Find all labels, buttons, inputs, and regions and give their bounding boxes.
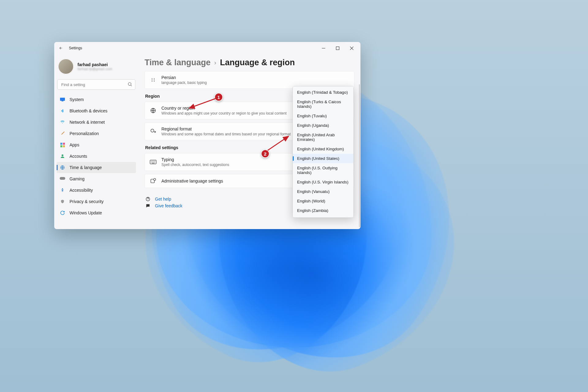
- country-dropdown[interactable]: English (Trinidad & Tobago)English (Turk…: [292, 86, 354, 218]
- country-option[interactable]: English (Vanuatu): [293, 187, 353, 196]
- breadcrumb: Time & language › Language & region: [145, 58, 354, 67]
- chevron-right-icon: ›: [214, 59, 217, 66]
- profile-name: farhad pashaei: [77, 62, 112, 67]
- regional-format-subtitle: Windows and some apps format dates and t…: [161, 132, 291, 136]
- sidebar-item-apps[interactable]: Apps: [57, 139, 136, 150]
- gamepad-icon: [60, 176, 65, 182]
- country-title: Country or region: [161, 106, 287, 111]
- give-feedback-link[interactable]: Give feedback: [155, 203, 183, 208]
- sidebar-item-accounts[interactable]: Accounts: [57, 151, 136, 162]
- language-name: Persian: [161, 75, 207, 80]
- get-help-link[interactable]: Get help: [155, 197, 171, 202]
- svg-rect-7: [63, 145, 65, 147]
- sidebar-item-windows-update[interactable]: Windows Update: [57, 207, 136, 218]
- svg-point-11: [62, 188, 63, 190]
- sidebar-item-label: Windows Update: [70, 210, 102, 215]
- country-option[interactable]: English (Tuvalu): [293, 111, 353, 121]
- typing-title: Typing: [161, 157, 229, 162]
- country-option[interactable]: English (Zimbabwe): [293, 215, 353, 218]
- svg-point-8: [62, 154, 63, 156]
- sidebar-item-privacy[interactable]: Privacy & security: [57, 196, 136, 207]
- svg-rect-10: [60, 177, 65, 180]
- country-option[interactable]: English (Zambia): [293, 206, 353, 215]
- globe-clock-icon: [60, 165, 65, 170]
- sidebar-item-label: Personalization: [70, 131, 99, 136]
- svg-rect-20: [150, 160, 156, 164]
- regional-format-title: Regional format: [161, 126, 291, 131]
- keyboard-icon: [150, 160, 156, 164]
- drag-handle-icon[interactable]: [150, 78, 156, 82]
- annotation-badge-1: 1: [214, 93, 223, 101]
- titlebar: Settings: [54, 42, 360, 54]
- sidebar-item-label: Network & internet: [70, 120, 105, 125]
- sidebar-item-accessibility[interactable]: Accessibility: [57, 185, 136, 196]
- search-wrap: [57, 79, 135, 90]
- globe-icon: [150, 107, 156, 114]
- maximize-button[interactable]: [330, 43, 345, 53]
- country-option[interactable]: English (United Arab Emirates): [293, 130, 353, 144]
- bluetooth-icon: [60, 108, 65, 114]
- sidebar-item-label: Apps: [70, 142, 79, 147]
- sidebar-item-bluetooth[interactable]: Bluetooth & devices: [57, 105, 136, 116]
- svg-rect-6: [60, 145, 62, 147]
- breadcrumb-root[interactable]: Time & language: [145, 58, 211, 67]
- back-button[interactable]: [57, 44, 65, 52]
- svg-rect-4: [60, 143, 62, 145]
- close-button[interactable]: [345, 43, 359, 53]
- country-option[interactable]: English (Trinidad & Tobago): [293, 88, 353, 97]
- svg-point-17: [154, 81, 154, 81]
- region-format-icon: [150, 128, 156, 134]
- country-subtitle: Windows and apps might use your country …: [161, 111, 287, 115]
- sidebar-item-system[interactable]: System: [57, 94, 136, 105]
- svg-rect-5: [63, 143, 65, 145]
- country-option[interactable]: English (United States): [293, 154, 353, 163]
- page-title: Language & region: [220, 58, 295, 67]
- help-icon: [145, 197, 151, 202]
- nav: System Bluetooth & devices Network & int…: [57, 94, 136, 218]
- svg-rect-0: [336, 47, 339, 50]
- sidebar-item-time-language[interactable]: Time & language: [57, 162, 136, 173]
- settings-window: Settings farhad pashaei farhad.fp@gmail.…: [54, 42, 360, 229]
- feedback-icon: [145, 203, 151, 208]
- sidebar-item-network[interactable]: Network & internet: [57, 117, 136, 128]
- svg-point-16: [152, 81, 152, 81]
- sidebar-item-label: Accounts: [70, 154, 87, 159]
- wifi-icon: [60, 119, 65, 125]
- sidebar-item-label: Accessibility: [70, 188, 93, 193]
- avatar: [58, 58, 74, 74]
- sidebar-item-label: Privacy & security: [70, 199, 104, 204]
- country-option[interactable]: English (Turks & Caicos Islands): [293, 97, 353, 111]
- typing-subtitle: Spell check, autocorrect, text suggestio…: [161, 163, 229, 167]
- country-option[interactable]: English (U.S. Outlying Islands): [293, 163, 353, 177]
- window-title: Settings: [69, 46, 82, 50]
- svg-point-13: [154, 78, 154, 79]
- sidebar-item-personalization[interactable]: Personalization: [57, 128, 136, 139]
- person-icon: [60, 153, 65, 159]
- sidebar-item-label: Time & language: [70, 165, 102, 170]
- country-option[interactable]: English (Uganda): [293, 121, 353, 130]
- sidebar-item-gaming[interactable]: Gaming: [57, 173, 136, 184]
- scrollbar[interactable]: [359, 84, 360, 227]
- minimize-button[interactable]: [316, 43, 330, 53]
- country-option[interactable]: English (United Kingdom): [293, 144, 353, 154]
- sidebar-item-label: Gaming: [70, 176, 85, 181]
- display-icon: [60, 97, 65, 102]
- search-input[interactable]: [57, 79, 135, 90]
- svg-point-14: [152, 80, 152, 80]
- window-controls: [316, 43, 359, 53]
- country-option[interactable]: English (U.S. Virgin Islands): [293, 177, 353, 187]
- profile[interactable]: farhad pashaei farhad.fp@gmail.com: [57, 57, 136, 77]
- svg-point-12: [152, 78, 152, 79]
- annotation-badge-2: 2: [261, 149, 270, 158]
- profile-email: farhad.fp@gmail.com: [77, 67, 112, 71]
- shield-icon: [60, 199, 65, 204]
- svg-rect-2: [60, 98, 65, 101]
- admin-language-title: Administrative language settings: [161, 179, 223, 183]
- country-option[interactable]: English (World): [293, 196, 353, 206]
- accessibility-icon: [60, 187, 65, 193]
- admin-language-icon: [150, 178, 156, 184]
- sidebar-item-label: Bluetooth & devices: [70, 108, 107, 113]
- apps-icon: [60, 142, 65, 148]
- sidebar: farhad pashaei farhad.fp@gmail.com Syste…: [54, 54, 138, 229]
- update-icon: [60, 210, 65, 216]
